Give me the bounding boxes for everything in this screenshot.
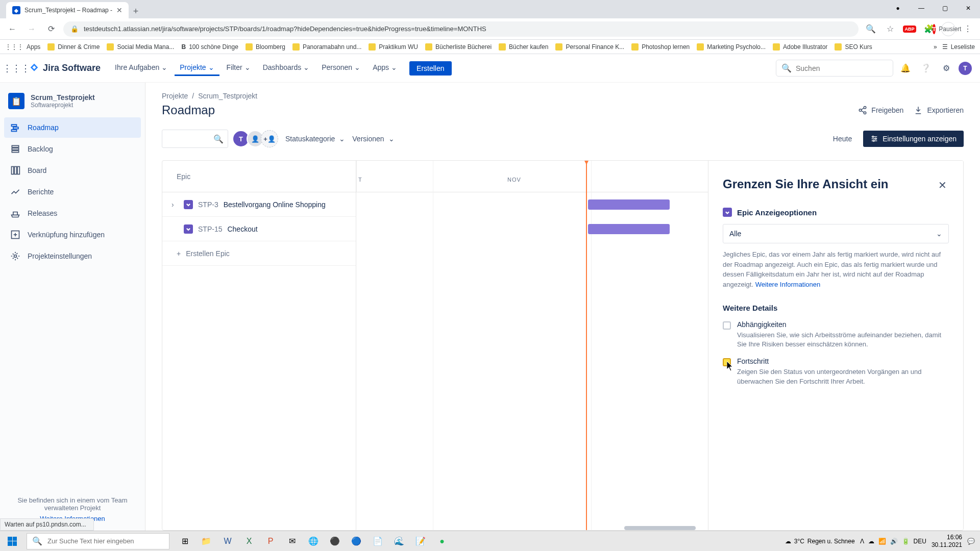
task-view-icon[interactable]: ⊞ [175, 531, 195, 552]
bookmark-item[interactable]: Personal Finance K... [555, 43, 624, 51]
bookmark-item[interactable]: Bücherliste Bücherei [425, 43, 492, 51]
chrome-menu-icon[interactable]: ⋮ [961, 22, 975, 36]
bookmark-item[interactable]: Social Media Mana... [107, 43, 174, 51]
taskbar-search[interactable]: 🔍 [27, 533, 169, 549]
sidebar-item-project-settings[interactable]: Projekteinstellungen [4, 246, 141, 266]
epic-row[interactable]: STP-15 Checkout [162, 217, 356, 241]
bookmark-item[interactable]: Photoshop lernen [631, 43, 690, 51]
versions-filter[interactable]: Versionen ⌄ [352, 135, 394, 143]
help-icon[interactable]: ❔ [918, 60, 934, 77]
close-panel-button[interactable]: ✕ [936, 177, 949, 193]
global-search[interactable]: 🔍 [776, 60, 893, 77]
weather-widget[interactable]: ☁ 3°C Regen u. Schnee [785, 538, 855, 545]
sidebar-item-board[interactable]: Board [4, 160, 141, 181]
bookmark-item[interactable]: Bücher kaufen [499, 43, 548, 51]
mail-icon[interactable]: ✉ [282, 531, 302, 552]
edge-icon[interactable]: 🌊 [389, 531, 409, 552]
today-button[interactable]: Heute [827, 131, 858, 147]
taskbar-search-input[interactable] [47, 537, 164, 545]
epic-row[interactable]: › STP-3 Bestellvorgang Online Shopping [162, 192, 356, 217]
nav-projects[interactable]: Projekte ⌄ [175, 60, 219, 76]
reload-button[interactable]: ⟳ [44, 22, 58, 36]
bookmark-item[interactable]: Dinner & Crime [47, 43, 100, 51]
apps-shortcut[interactable]: ⋮⋮⋮Apps [5, 43, 40, 51]
share-button[interactable]: Freigeben [858, 106, 903, 115]
bookmark-item[interactable]: Marketing Psycholo... [697, 43, 766, 51]
more-info-link[interactable]: Weitere Informationen [755, 281, 821, 288]
bookmark-item[interactable]: Adobe Illustrator [773, 43, 827, 51]
show-settings-button[interactable]: Einstellungen anzeigen [863, 131, 964, 147]
breadcrumb-project[interactable]: Scrum_Testprojekt [198, 92, 257, 100]
roadmap-search[interactable]: 🔍 [162, 130, 228, 148]
wifi-icon[interactable]: 📶 [878, 538, 886, 545]
sidebar-item-roadmap[interactable]: Roadmap [4, 117, 141, 138]
volume-icon[interactable]: 🔊 [890, 538, 898, 545]
status-category-filter[interactable]: Statuskategorie ⌄ [285, 135, 345, 143]
app-icon[interactable]: 📄 [368, 531, 388, 552]
bookmarks-overflow[interactable]: » [934, 43, 937, 51]
sidebar-item-reports[interactable]: Berichte [4, 182, 141, 202]
start-button[interactable] [0, 531, 24, 552]
epic-bar[interactable] [588, 224, 670, 234]
notepad-icon[interactable]: 📝 [410, 531, 431, 552]
create-epic-button[interactable]: + Erstellen Epic [162, 241, 356, 266]
close-tab-icon[interactable]: ✕ [116, 6, 122, 14]
language-indicator[interactable]: DEU [914, 538, 926, 545]
bookmark-item[interactable]: Bloomberg [246, 43, 285, 51]
bookmark-item[interactable]: Praktikum WU [369, 43, 418, 51]
export-button[interactable]: Exportieren [914, 106, 964, 115]
sidebar-item-add-link[interactable]: Verknüpfung hinzufügen [4, 224, 141, 245]
app-icon[interactable]: 🔵 [346, 531, 366, 552]
epic-display-select[interactable]: Alle ⌄ [723, 224, 949, 243]
abp-icon[interactable]: ABP [902, 22, 917, 36]
settings-gear-icon[interactable]: ⚙ [938, 60, 954, 77]
close-window-button[interactable]: ✕ [957, 0, 980, 16]
app-switcher-icon[interactable]: ⋮⋮⋮ [8, 60, 24, 77]
sidebar-item-releases[interactable]: Releases [4, 203, 141, 223]
forward-button[interactable]: → [24, 22, 39, 36]
reading-list[interactable]: ☰Leseliste [942, 43, 975, 51]
onedrive-icon[interactable]: ☁ [868, 538, 874, 545]
battery-icon[interactable]: 🔋 [902, 538, 910, 545]
sidebar-item-backlog[interactable]: Backlog [4, 139, 141, 159]
file-explorer-icon[interactable]: 📁 [196, 531, 216, 552]
sidebar-project-header[interactable]: 📋 Scrum_Testprojekt Softwareprojekt [0, 83, 145, 117]
nav-dashboards[interactable]: Dashboards ⌄ [258, 60, 315, 76]
assignee-filter[interactable]: T 👤 +👤 [235, 130, 278, 147]
spotify-icon[interactable]: ● [432, 531, 452, 552]
bookmark-item[interactable]: SEO Kurs [835, 43, 872, 51]
settings-dot-icon[interactable]: ● [886, 0, 910, 16]
maximize-button[interactable]: ▢ [933, 0, 957, 16]
bookmark-star-icon[interactable]: ☆ [883, 22, 897, 36]
horizontal-scrollbar[interactable] [624, 526, 696, 530]
epic-bar[interactable] [588, 199, 670, 210]
create-button[interactable]: Erstellen [409, 61, 451, 76]
progress-checkbox[interactable] [723, 358, 731, 366]
new-tab-button[interactable]: + [129, 4, 143, 18]
chrome-icon[interactable]: 🌐 [303, 531, 324, 552]
expand-icon[interactable]: › [172, 201, 179, 209]
browser-tab[interactable]: ◆ Scrum_Testprojekt – Roadmap - ✕ [6, 2, 129, 18]
breadcrumb-projects[interactable]: Projekte [162, 92, 188, 100]
search-input[interactable] [796, 64, 888, 72]
dependencies-checkbox[interactable] [723, 321, 731, 330]
tray-chevron-icon[interactable]: ᐱ [860, 538, 864, 545]
bookmark-item[interactable]: B100 schöne Dinge [181, 43, 238, 51]
minimize-button[interactable]: — [910, 0, 933, 16]
nav-apps[interactable]: Apps ⌄ [368, 60, 402, 76]
word-icon[interactable]: W [217, 531, 238, 552]
bookmark-item[interactable]: Panoramabahn und... [292, 43, 361, 51]
zoom-icon[interactable]: 🔍 [864, 22, 878, 36]
excel-icon[interactable]: X [239, 531, 259, 552]
address-bar[interactable]: 🔒 testdeutsch1.atlassian.net/jira/softwa… [63, 21, 859, 37]
profile-button[interactable]: T Pausiert [941, 22, 955, 36]
jira-logo[interactable]: Jira Software [29, 63, 101, 74]
add-people-button[interactable]: +👤 [261, 130, 278, 147]
user-avatar[interactable]: T [959, 62, 972, 75]
obs-icon[interactable]: ⚫ [325, 531, 345, 552]
nav-filters[interactable]: Filter ⌄ [222, 60, 256, 76]
nav-people[interactable]: Personen ⌄ [316, 60, 365, 76]
nav-your-work[interactable]: Ihre Aufgaben ⌄ [110, 60, 173, 76]
notifications-icon[interactable]: 🔔 [897, 60, 914, 77]
notification-center-icon[interactable]: 💬 [967, 538, 975, 545]
